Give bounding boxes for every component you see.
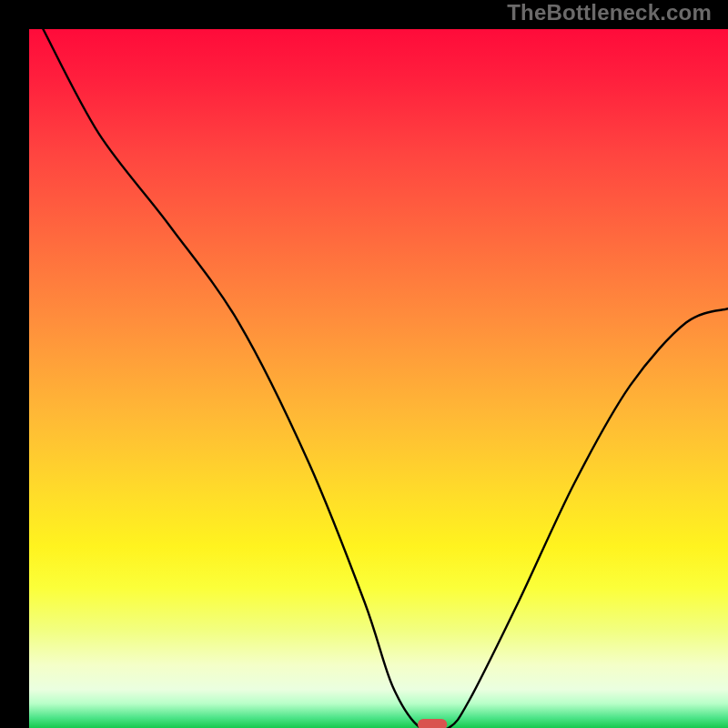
- gradient-background: [29, 29, 728, 728]
- bottleneck-chart: [29, 29, 728, 728]
- watermark-text: TheBottleneck.com: [507, 0, 712, 25]
- chart-frame: [15, 15, 713, 713]
- optimal-marker: [418, 719, 447, 728]
